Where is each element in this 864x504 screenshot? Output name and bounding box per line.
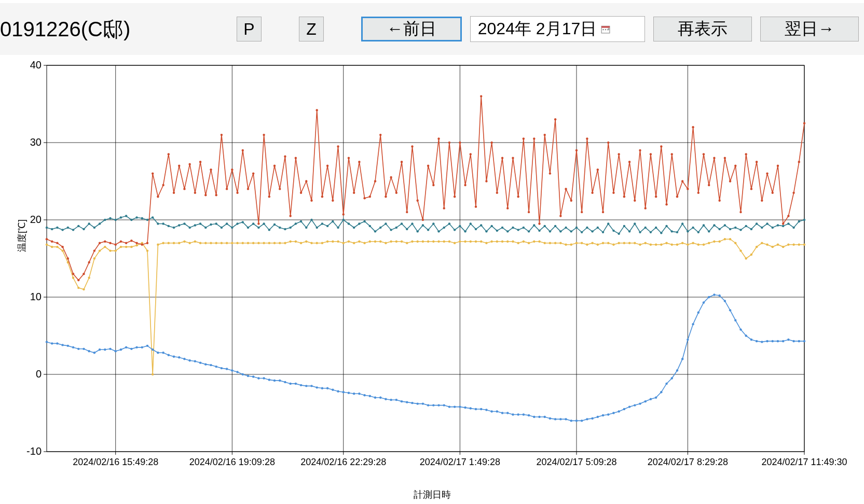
svg-point-70 [178, 224, 180, 226]
svg-point-571 [544, 134, 546, 136]
svg-point-47 [56, 227, 58, 229]
svg-point-60 [125, 215, 127, 217]
svg-point-306 [665, 242, 667, 244]
svg-point-190 [51, 246, 53, 248]
svg-point-113 [406, 228, 408, 230]
svg-point-197 [88, 277, 90, 279]
svg-point-339 [77, 348, 79, 350]
svg-point-161 [660, 232, 662, 234]
svg-point-125 [470, 222, 472, 225]
svg-point-48 [61, 229, 63, 231]
svg-point-271 [480, 241, 482, 243]
svg-point-563 [501, 157, 503, 159]
svg-point-100 [337, 227, 339, 229]
svg-point-254 [390, 241, 392, 243]
svg-point-109 [385, 222, 387, 225]
svg-point-362 [199, 361, 201, 363]
svg-point-143 [565, 227, 567, 229]
svg-point-277 [512, 241, 514, 243]
svg-point-189 [46, 243, 48, 245]
svg-point-151 [607, 222, 609, 225]
svg-point-244 [337, 241, 339, 243]
svg-point-573 [554, 118, 556, 120]
svg-point-413 [470, 407, 472, 409]
refresh-button[interactable]: 再表示 [653, 17, 752, 41]
svg-point-553 [448, 142, 450, 144]
svg-point-173 [724, 224, 726, 226]
svg-point-484 [83, 273, 85, 275]
svg-point-412 [464, 407, 466, 409]
svg-point-194 [72, 277, 74, 279]
svg-point-341 [88, 350, 90, 352]
svg-point-422 [517, 413, 519, 415]
svg-point-356 [168, 354, 170, 356]
svg-point-476 [803, 340, 805, 342]
svg-point-148 [591, 230, 593, 232]
svg-point-600 [697, 192, 700, 194]
svg-point-87 [268, 229, 270, 231]
svg-point-131 [501, 227, 503, 229]
svg-point-614 [772, 192, 774, 194]
svg-point-209 [152, 373, 154, 375]
svg-point-325 [766, 243, 768, 245]
svg-point-274 [496, 241, 498, 243]
date-picker[interactable]: 2024年 2月17日 [470, 16, 645, 42]
svg-point-453 [681, 358, 683, 360]
svg-point-301 [639, 243, 641, 245]
svg-point-115 [416, 230, 418, 232]
svg-point-560 [485, 180, 487, 182]
svg-point-155 [628, 230, 630, 232]
svg-point-170 [708, 230, 710, 232]
svg-point-537 [363, 197, 365, 199]
svg-point-363 [204, 363, 207, 365]
svg-point-375 [268, 379, 270, 381]
svg-point-82 [242, 221, 244, 223]
svg-point-51 [77, 225, 79, 227]
svg-point-468 [761, 341, 763, 343]
svg-text:2024/02/17 11:49:30: 2024/02/17 11:49:30 [761, 457, 847, 467]
svg-point-354 [157, 352, 159, 354]
svg-point-353 [152, 348, 154, 351]
svg-point-385 [321, 387, 323, 389]
svg-point-200 [104, 246, 106, 248]
svg-point-196 [83, 288, 85, 290]
svg-point-388 [337, 390, 339, 393]
svg-point-176 [739, 229, 742, 231]
svg-point-616 [782, 222, 784, 225]
svg-point-187 [798, 220, 800, 222]
svg-point-255 [395, 241, 397, 243]
svg-point-441 [618, 410, 620, 412]
svg-point-191 [56, 246, 58, 248]
svg-point-136 [528, 230, 530, 232]
svg-point-259 [416, 241, 418, 243]
prev-day-button[interactable]: ←前日 [361, 17, 462, 41]
svg-point-500 [168, 153, 170, 155]
svg-point-404 [422, 402, 424, 404]
svg-point-77 [215, 222, 217, 225]
svg-point-611 [756, 161, 758, 163]
svg-text:2024/02/16 22:29:28: 2024/02/16 22:29:28 [300, 457, 386, 467]
svg-point-403 [416, 402, 418, 404]
svg-point-501 [173, 192, 175, 194]
svg-point-58 [115, 219, 117, 221]
mode-z-button[interactable]: Z [299, 17, 324, 41]
svg-point-489 [109, 242, 111, 244]
svg-point-434 [581, 419, 583, 422]
svg-point-348 [125, 346, 127, 348]
svg-point-409 [448, 405, 450, 408]
svg-point-367 [226, 368, 228, 370]
svg-point-146 [581, 231, 583, 233]
svg-point-294 [602, 242, 604, 244]
svg-point-118 [432, 222, 434, 225]
svg-point-318 [729, 238, 731, 240]
svg-point-478 [51, 241, 53, 243]
svg-point-74 [199, 222, 201, 225]
svg-point-273 [490, 241, 492, 243]
mode-p-button[interactable]: P [237, 17, 262, 41]
next-day-button[interactable]: 翌日→ [760, 17, 859, 41]
svg-point-213 [173, 242, 175, 244]
svg-point-85 [257, 227, 259, 229]
svg-point-523 [289, 215, 291, 217]
svg-point-511 [226, 188, 228, 190]
svg-point-536 [358, 161, 360, 163]
